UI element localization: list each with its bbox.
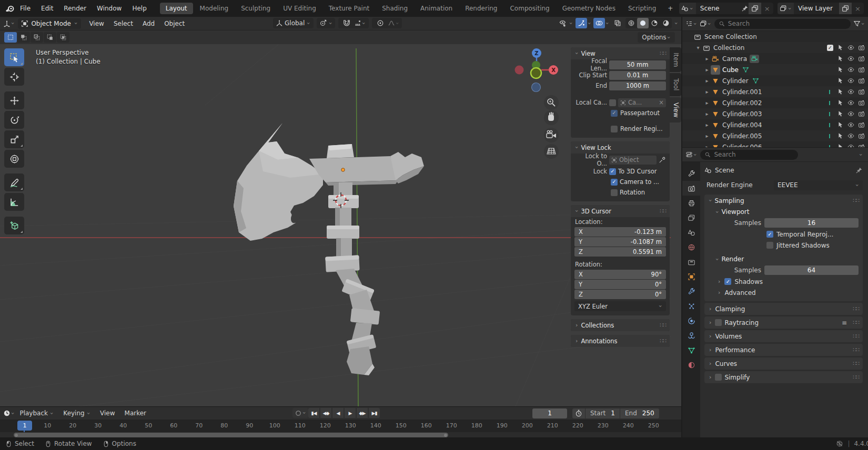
sampling-render-header[interactable]: ›Render (704, 254, 863, 264)
hide-toggle[interactable] (847, 88, 854, 95)
panel-volumes[interactable]: ›Volumes∷∷ (704, 330, 863, 342)
clip-start-field[interactable]: 0.01 m (609, 71, 666, 80)
workspace-tab-sculpting[interactable]: Sculpting (235, 3, 276, 14)
lock-object-field[interactable]: Object (609, 156, 657, 165)
select-extend-button[interactable] (17, 32, 30, 43)
auto-keying-button[interactable]: › (292, 408, 308, 418)
render-visibility-toggle[interactable] (858, 121, 865, 128)
tool-measure[interactable] (4, 193, 24, 211)
new-view-layer-button[interactable] (839, 3, 852, 14)
expander-icon[interactable]: ▸ (703, 122, 711, 128)
render-visibility-toggle[interactable] (858, 132, 865, 139)
tool-move[interactable] (4, 91, 24, 109)
render-engine-dropdown[interactable]: EEVEE› (774, 180, 863, 190)
panel-raytracing[interactable]: ›Raytracing≡∷∷ (704, 316, 863, 329)
viewport-3d[interactable]: User Perspective (1) Collection | Cube Z… (0, 44, 681, 406)
shadows-checkbox[interactable] (724, 278, 731, 285)
outliner-row-cylinder[interactable]: ▸Cylinder (682, 75, 868, 86)
viewport-menu-object[interactable]: Object (159, 20, 189, 27)
select-intersect-button[interactable] (57, 32, 69, 43)
falloff-dropdown[interactable]: › (388, 19, 399, 27)
clip-end-field[interactable]: 1000 m (609, 81, 666, 90)
menu-render[interactable]: Render (58, 5, 92, 12)
outliner-filter-button[interactable]: › (853, 20, 865, 27)
view-lock-header[interactable]: ›View Lock (571, 141, 670, 154)
scene-name-field[interactable]: Scene (696, 5, 741, 12)
blender-logo-icon[interactable] (5, 4, 15, 13)
properties-editor-type-button[interactable]: › (685, 151, 697, 158)
menu-help[interactable]: Help (127, 5, 152, 12)
expander-icon[interactable]: ▸ (703, 56, 711, 62)
lock-3d-cursor-checkbox[interactable] (609, 168, 616, 175)
remove-view-layer-button[interactable]: × (852, 5, 864, 13)
outliner-row-cylinder-002[interactable]: ▸Cylinder.002 (682, 97, 868, 108)
tool-transform[interactable] (4, 150, 24, 168)
prev-frame-button[interactable]: ◀ (332, 408, 344, 418)
properties-tab-constraints[interactable] (682, 328, 700, 343)
properties-tab-object[interactable] (682, 269, 700, 284)
eyedropper-icon[interactable] (659, 156, 666, 163)
properties-tab-collection[interactable] (682, 254, 700, 269)
workspace-tab-scripting[interactable]: Scripting (622, 3, 662, 14)
cursor-rx-field[interactable]: X90° (574, 270, 666, 279)
euler-order-dropdown[interactable]: XYZ Euler› (574, 301, 666, 311)
workspace-tab-animation[interactable]: Animation (415, 3, 458, 14)
cursor-ry-field[interactable]: Y0° (574, 280, 666, 289)
visibility-dropdown[interactable]: › (557, 18, 573, 28)
expander-icon[interactable]: ▾ (694, 45, 702, 50)
outliner-row-cylinder-005[interactable]: ▸Cylinder.005 (682, 130, 868, 141)
annotations-header[interactable]: ›Annotations∷∷ (571, 335, 670, 347)
render-region-checkbox[interactable] (611, 126, 618, 132)
jittered-shadows-checkbox[interactable] (766, 242, 773, 249)
current-frame-field[interactable]: 1 (532, 408, 567, 418)
editor-type-button[interactable]: › (3, 20, 15, 27)
playhead[interactable]: 1 (17, 421, 32, 431)
local-camera-checkbox[interactable] (609, 99, 616, 106)
use-preview-range-button[interactable] (572, 408, 585, 418)
play-button[interactable]: ▶ (345, 408, 356, 418)
new-scene-button[interactable] (749, 3, 761, 14)
view-layer-name-field[interactable]: View Layer (794, 5, 839, 12)
outliner-display-mode-button[interactable]: › (700, 20, 711, 27)
render-visibility-toggle[interactable] (858, 99, 865, 106)
properties-tab-output[interactable] (682, 196, 700, 210)
add-workspace-button[interactable]: + (662, 5, 678, 12)
shading-rendered-button[interactable] (660, 18, 672, 28)
3d-cursor-header[interactable]: ›3D Cursor∷∷ (571, 205, 670, 217)
cursor-rz-field[interactable]: Z0° (574, 290, 666, 299)
cursor-y-field[interactable]: Y-0.1087 m (574, 237, 666, 247)
timeline-scrollbar[interactable] (14, 433, 448, 437)
outliner-row-cylinder-006[interactable]: ▸Cylinder.006 (682, 141, 868, 147)
properties-tab-particles[interactable] (682, 299, 700, 313)
hide-toggle[interactable] (847, 99, 854, 106)
menu-window[interactable]: Window (92, 5, 127, 12)
shading-solid-button[interactable] (637, 18, 649, 28)
outliner-row-camera[interactable]: ▸Camera (682, 53, 868, 64)
selectable-toggle[interactable] (837, 44, 844, 51)
render-samples-field[interactable]: 64 (764, 265, 859, 275)
render-visibility-toggle[interactable] (858, 77, 865, 84)
selectable-toggle[interactable] (837, 99, 844, 106)
outliner-row-cube[interactable]: ▸Cube (682, 64, 868, 75)
hide-toggle[interactable] (847, 132, 854, 139)
properties-tab-render[interactable] (682, 181, 700, 196)
snap-toggle[interactable] (341, 18, 352, 28)
viewport-samples-field[interactable]: 16 (764, 218, 859, 228)
expander-icon[interactable]: ▸ (703, 144, 711, 147)
selectable-toggle[interactable] (837, 55, 844, 62)
navigation-gizmo[interactable]: Z X (505, 46, 568, 160)
properties-options-icon[interactable]: › (857, 154, 863, 156)
workspace-tab-geometry-nodes[interactable]: Geometry Nodes (557, 3, 621, 14)
render-visibility-toggle[interactable] (858, 88, 865, 95)
raytracing-checkbox[interactable] (715, 319, 722, 326)
mode-dropdown[interactable]: Object Mode › (18, 18, 81, 29)
tool-select-box[interactable] (4, 48, 24, 66)
properties-tab-view-layer[interactable] (682, 210, 700, 225)
render-visibility-toggle[interactable] (858, 110, 865, 117)
proportional-toggle[interactable] (375, 18, 386, 28)
select-subtract-button[interactable] (31, 32, 43, 43)
properties-tab-material[interactable] (682, 357, 700, 372)
hide-toggle[interactable] (847, 121, 854, 128)
unlink-scene-button[interactable]: × (761, 5, 773, 13)
properties-tab-physics[interactable] (682, 313, 700, 328)
